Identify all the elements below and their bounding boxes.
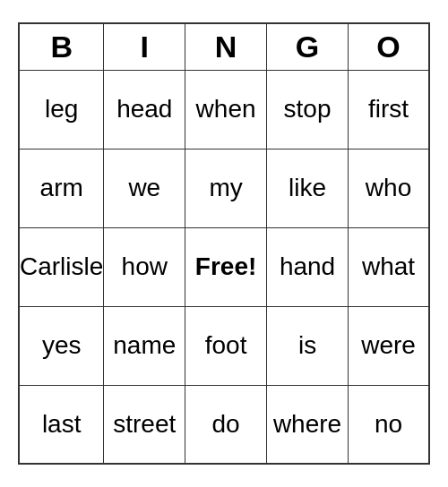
cell-5-1: last xyxy=(19,385,104,464)
col-n: N xyxy=(185,23,267,70)
col-o: O xyxy=(349,23,429,70)
cell-5-2: street xyxy=(104,385,185,464)
cell-3-4: hand xyxy=(266,227,348,306)
cell-4-3: foot xyxy=(185,306,267,385)
cell-5-4: where xyxy=(266,385,348,464)
cell-1-2: head xyxy=(104,70,185,149)
col-i: I xyxy=(104,23,185,70)
cell-1-5: first xyxy=(349,70,429,149)
cell-4-2: name xyxy=(104,306,185,385)
cell-2-2: we xyxy=(104,149,185,227)
cell-4-5: were xyxy=(349,306,429,385)
cell-2-1: arm xyxy=(19,149,104,227)
cell-3-2: how xyxy=(104,227,185,306)
cell-2-5: who xyxy=(349,149,429,227)
cell-3-5: what xyxy=(349,227,429,306)
bingo-row-1: leg head when stop first xyxy=(19,70,429,149)
bingo-row-5: last street do where no xyxy=(19,385,429,464)
col-b: B xyxy=(19,23,104,70)
bingo-row-4: yes name foot is were xyxy=(19,306,429,385)
bingo-header-row: B I N G O xyxy=(19,23,429,70)
cell-2-3: my xyxy=(185,149,267,227)
cell-5-5: no xyxy=(349,385,429,464)
cell-1-3: when xyxy=(185,70,267,149)
cell-2-4: like xyxy=(266,149,348,227)
bingo-card: B I N G O leg head when stop first arm w… xyxy=(18,22,430,465)
cell-1-4: stop xyxy=(266,70,348,149)
cell-5-3: do xyxy=(185,385,267,464)
cell-4-1: yes xyxy=(19,306,104,385)
cell-3-3: Free! xyxy=(185,227,267,306)
bingo-row-3: Carlisle how Free! hand what xyxy=(19,227,429,306)
cell-1-1: leg xyxy=(19,70,104,149)
bingo-row-2: arm we my like who xyxy=(19,149,429,227)
cell-3-1: Carlisle xyxy=(19,227,104,306)
cell-4-4: is xyxy=(266,306,348,385)
col-g: G xyxy=(266,23,348,70)
